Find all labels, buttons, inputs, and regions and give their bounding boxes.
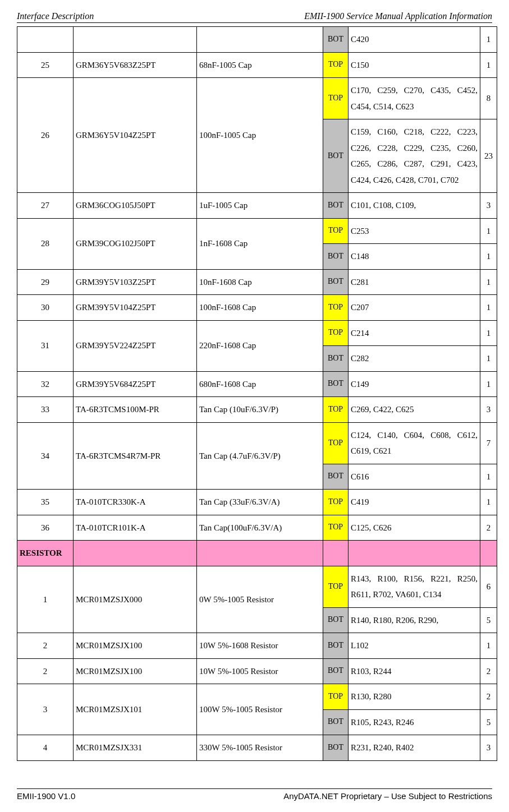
references-cell: R143, R100, R156, R221, R250, R611, R702… — [348, 566, 480, 607]
layer-cell: BOT — [323, 193, 348, 219]
quantity-cell: 5 — [480, 709, 497, 735]
index-cell: 29 — [17, 269, 74, 295]
references-cell: C419 — [348, 490, 480, 515]
references-cell: C269, C422, C625 — [348, 397, 480, 423]
part-cell: MCR01MZSJX100 — [74, 658, 197, 684]
section-cell — [348, 541, 480, 566]
references-cell: C150 — [348, 52, 480, 78]
section-cell — [480, 541, 497, 566]
layer-cell: TOP — [323, 515, 348, 541]
references-cell: R105, R243, R246 — [348, 709, 480, 735]
references-cell: C616 — [348, 464, 480, 490]
layer-cell: BOT — [323, 658, 348, 684]
part-cell: GRM39Y5V104Z25PT — [74, 295, 197, 321]
quantity-cell: 1 — [480, 27, 497, 53]
description-cell: Tan Cap(100uF/6.3V/A) — [197, 515, 323, 541]
index-cell: 28 — [17, 218, 74, 269]
table-row: 30GRM39Y5V104Z25PT100nF-1608 CapTOPC2071 — [17, 295, 497, 321]
quantity-cell: 2 — [480, 684, 497, 710]
quantity-cell: 1 — [480, 320, 497, 346]
index-cell: 32 — [17, 371, 74, 397]
part-cell: GRM36Y5V683Z25PT — [74, 52, 197, 78]
layer-cell: TOP — [323, 566, 348, 607]
index-cell: 34 — [17, 422, 74, 490]
description-cell: 100W 5%-1005 Resistor — [197, 684, 323, 735]
quantity-cell: 3 — [480, 193, 497, 219]
quantity-cell: 1 — [480, 218, 497, 244]
index-cell: 26 — [17, 78, 74, 193]
quantity-cell: 2 — [480, 515, 497, 541]
quantity-cell: 7 — [480, 422, 497, 464]
table-row: 33TA-6R3TCMS100M-PRTan Cap (10uF/6.3V/P)… — [17, 397, 497, 423]
references-cell: L102 — [348, 633, 480, 659]
part-cell: GRM39Y5V684Z25PT — [74, 371, 197, 397]
references-cell: C149 — [348, 371, 480, 397]
header-left: Interface Description — [17, 11, 94, 21]
index-cell: 2 — [17, 658, 74, 684]
references-cell: C148 — [348, 244, 480, 270]
table-row: 2MCR01MZSJX10010W 5%-1005 ResistorBOTR10… — [17, 658, 497, 684]
description-cell: Tan Cap (10uF/6.3V/P) — [197, 397, 323, 423]
layer-cell: TOP — [323, 295, 348, 321]
layer-cell: BOT — [323, 346, 348, 372]
table-row: 31GRM39Y5V224Z25PT220nF-1608 CapTOPC2141 — [17, 320, 497, 346]
section-cell — [323, 541, 348, 566]
references-cell: C125, C626 — [348, 515, 480, 541]
layer-cell: TOP — [323, 52, 348, 78]
references-cell: R140, R180, R206, R290, — [348, 607, 480, 633]
part-cell: GRM36Y5V104Z25PT — [74, 78, 197, 193]
index-cell: 4 — [17, 735, 74, 761]
part-cell: GRM36COG105J50PT — [74, 193, 197, 219]
references-cell: R130, R280 — [348, 684, 480, 710]
quantity-cell: 1 — [480, 371, 497, 397]
description-cell: Tan Cap (4.7uF/6.3V/P) — [197, 422, 323, 490]
description-cell — [197, 27, 323, 53]
page-header: Interface Description EMII-1900 Service … — [17, 11, 492, 23]
table-row: 28GRM39COG102J50PT1nF-1608 CapTOPC2531 — [17, 218, 497, 244]
part-cell: GRM39Y5V103Z25PT — [74, 269, 197, 295]
references-cell: R231, R240, R402 — [348, 735, 480, 761]
table-row: 26GRM36Y5V104Z25PT100nF-1005 CapTOPC170,… — [17, 78, 497, 119]
quantity-cell: 1 — [480, 464, 497, 490]
section-label: RESISTOR — [17, 541, 74, 566]
quantity-cell: 6 — [480, 566, 497, 607]
description-cell: 0W 5%-1005 Resistor — [197, 566, 323, 633]
header-right: EMII-1900 Service Manual Application Inf… — [304, 11, 492, 21]
description-cell: 100nF-1608 Cap — [197, 295, 323, 321]
table-row: BOTC4201 — [17, 27, 497, 53]
references-cell: R103, R244 — [348, 658, 480, 684]
description-cell: 220nF-1608 Cap — [197, 320, 323, 371]
part-cell: TA-010TCR101K-A — [74, 515, 197, 541]
quantity-cell: 3 — [480, 735, 497, 761]
index-cell: 36 — [17, 515, 74, 541]
layer-cell: BOT — [323, 244, 348, 270]
section-cell — [74, 541, 197, 566]
layer-cell: TOP — [323, 422, 348, 464]
quantity-cell: 8 — [480, 78, 497, 119]
quantity-cell: 1 — [480, 346, 497, 372]
layer-cell: BOT — [323, 269, 348, 295]
description-cell: 100nF-1005 Cap — [197, 78, 323, 193]
table-row: 36TA-010TCR101K-ATan Cap(100uF/6.3V/A)TO… — [17, 515, 497, 541]
quantity-cell: 23 — [480, 119, 497, 193]
references-cell: C253 — [348, 218, 480, 244]
layer-cell: BOT — [323, 464, 348, 490]
description-cell: 10W 5%-1608 Resistor — [197, 633, 323, 659]
layer-cell: TOP — [323, 397, 348, 423]
layer-cell: TOP — [323, 490, 348, 515]
parts-table: BOTC420125GRM36Y5V683Z25PT68nF-1005 CapT… — [17, 26, 497, 761]
description-cell: 1uF-1005 Cap — [197, 193, 323, 219]
table-row: 34TA-6R3TCMS4R7M-PRTan Cap (4.7uF/6.3V/P… — [17, 422, 497, 464]
table-row: 3MCR01MZSJX101100W 5%-1005 ResistorTOPR1… — [17, 684, 497, 710]
quantity-cell: 5 — [480, 607, 497, 633]
description-cell: 680nF-1608 Cap — [197, 371, 323, 397]
part-cell: MCR01MZSJX101 — [74, 684, 197, 735]
part-cell: MCR01MZSJX100 — [74, 633, 197, 659]
quantity-cell: 1 — [480, 244, 497, 270]
quantity-cell: 1 — [480, 490, 497, 515]
table-row: 35TA-010TCR330K-ATan Cap (33uF/6.3V/A)TO… — [17, 490, 497, 515]
references-cell: C159, C160, C218, C222, C223, C226, C228… — [348, 119, 480, 193]
table-row: 27GRM36COG105J50PT1uF-1005 CapBOTC101, C… — [17, 193, 497, 219]
quantity-cell: 1 — [480, 295, 497, 321]
part-cell — [74, 27, 197, 53]
